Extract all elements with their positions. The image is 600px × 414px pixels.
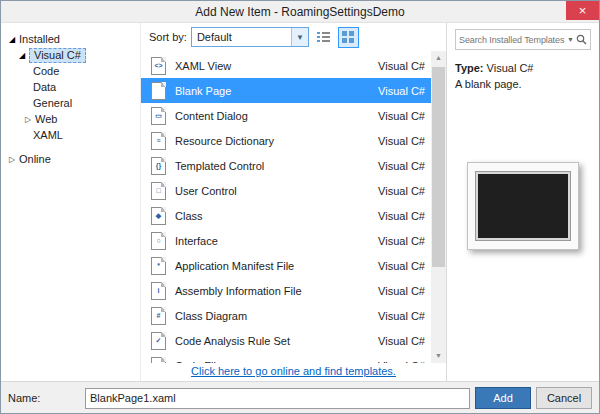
class-diagram-icon: # — [151, 307, 166, 325]
name-label: Name: — [8, 392, 80, 404]
sidebar-item-label: Installed — [19, 33, 60, 45]
code-analysis-rule-set-icon: ✓ — [151, 332, 166, 350]
template-item-class-diagram[interactable]: # Class Diagram Visual C# — [141, 303, 431, 328]
content-dialog-icon: ▭ — [151, 107, 166, 125]
type-label: Type: — [455, 62, 484, 74]
online-templates-link[interactable]: Click here to go online and find templat… — [191, 365, 396, 377]
scrollbar-thumb[interactable] — [432, 67, 445, 267]
sidebar-item-code[interactable]: Code — [1, 63, 140, 79]
templated-control-icon: {} — [151, 157, 166, 175]
code-file-icon: <> — [151, 357, 166, 364]
template-item-content-dialog[interactable]: ▭ Content Dialog Visual C# — [141, 103, 431, 128]
sort-by-dropdown[interactable]: Default ▼ — [191, 27, 309, 47]
user-control-icon: □ — [151, 182, 166, 200]
name-input[interactable] — [85, 388, 470, 409]
template-type-line: Type: Visual C# — [455, 62, 591, 74]
search-icon[interactable] — [576, 34, 587, 45]
interface-icon: ○ — [151, 232, 166, 250]
sidebar-item-label: Web — [35, 113, 57, 125]
list-view-button[interactable] — [313, 27, 334, 48]
sidebar-item-label: Online — [19, 153, 51, 165]
sidebar-item-label: Code — [33, 65, 59, 77]
search-box: ▼ — [455, 29, 591, 50]
dialog-body: ◢ Installed ◢ Visual C# Code Data Genera… — [1, 23, 599, 381]
template-category-tree: ◢ Installed ◢ Visual C# Code Data Genera… — [1, 23, 141, 381]
template-item-interface[interactable]: ○ Interface Visual C# — [141, 228, 431, 253]
template-item-class[interactable]: ◆ Class Visual C# — [141, 203, 431, 228]
class-icon: ◆ — [151, 207, 166, 225]
template-item-code-file[interactable]: <> Code File Visual C# — [141, 353, 431, 363]
template-list-pane: Sort by: Default ▼ — [141, 23, 447, 381]
search-input[interactable] — [459, 35, 565, 45]
template-list: <> XAML View Visual C# Blank Page Visual… — [141, 51, 446, 363]
expander-expanded-icon[interactable]: ◢ — [17, 51, 27, 60]
xaml-view-icon: <> — [151, 57, 166, 75]
sidebar-item-installed[interactable]: ◢ Installed — [1, 31, 140, 47]
template-item-user-control[interactable]: □ User Control Visual C# — [141, 178, 431, 203]
list-view-icon — [317, 31, 330, 44]
template-item-templated-control[interactable]: {} Templated Control Visual C# — [141, 153, 431, 178]
scroll-up-icon[interactable]: ▲ — [431, 51, 446, 65]
template-item-code-analysis-rule-set[interactable]: ✓ Code Analysis Rule Set Visual C# — [141, 328, 431, 353]
sort-toolbar: Sort by: Default ▼ — [141, 23, 446, 51]
chevron-down-icon: ▼ — [291, 28, 308, 46]
cancel-button[interactable]: Cancel — [536, 387, 592, 409]
close-button[interactable]: × — [566, 1, 599, 20]
sidebar-item-label: Visual C# — [29, 48, 86, 63]
sidebar-item-label: Data — [33, 81, 56, 93]
sidebar-item-xaml[interactable]: XAML — [1, 127, 140, 143]
chevron-down-icon[interactable]: ▼ — [567, 36, 574, 43]
sidebar-item-online[interactable]: ▷ Online — [1, 151, 140, 167]
grid-view-icon — [342, 31, 355, 44]
add-new-item-dialog: Add New Item - RoamingSettingsDemo × ◢ I… — [0, 0, 600, 414]
preview-thumbnail — [476, 172, 570, 240]
template-item-resource-dictionary[interactable]: ≡ Resource Dictionary Visual C# — [141, 128, 431, 153]
expander-collapsed-icon[interactable]: ▷ — [7, 155, 17, 164]
template-item-xaml-view[interactable]: <> XAML View Visual C# — [141, 53, 431, 78]
assembly-information-file-icon: i — [151, 282, 166, 300]
blank-page-icon — [151, 82, 166, 100]
add-button[interactable]: Add — [475, 387, 531, 409]
sidebar-item-general[interactable]: General — [1, 95, 140, 111]
template-item-blank-page[interactable]: Blank Page Visual C# — [141, 78, 431, 103]
titlebar: Add New Item - RoamingSettingsDemo × — [1, 1, 599, 23]
resource-dictionary-icon: ≡ — [151, 132, 166, 150]
sidebar-item-data[interactable]: Data — [1, 79, 140, 95]
sidebar-item-label: XAML — [33, 129, 63, 141]
window-title: Add New Item - RoamingSettingsDemo — [195, 5, 404, 19]
type-value: Visual C# — [487, 62, 534, 74]
online-templates-link-row: Click here to go online and find templat… — [141, 363, 446, 381]
dialog-footer: Name: Add Cancel — [1, 381, 599, 414]
sidebar-item-visual-csharp[interactable]: ◢ Visual C# — [1, 47, 140, 63]
template-item-assembly-information-file[interactable]: i Assembly Information File Visual C# — [141, 278, 431, 303]
scroll-down-icon[interactable]: ▼ — [431, 349, 446, 363]
expander-collapsed-icon[interactable]: ▷ — [23, 115, 33, 124]
sidebar-item-label: General — [33, 97, 72, 109]
details-pane: ▼ Type: Visual C# A blank page. — [447, 23, 599, 381]
expander-expanded-icon[interactable]: ◢ — [7, 35, 17, 44]
sort-by-label: Sort by: — [149, 31, 187, 43]
template-item-application-manifest-file[interactable]: * Application Manifest File Visual C# — [141, 253, 431, 278]
icon-view-button[interactable] — [338, 27, 359, 48]
application-manifest-file-icon: * — [151, 257, 166, 275]
template-description: A blank page. — [455, 78, 591, 90]
list-scrollbar[interactable]: ▲ ▼ — [431, 51, 446, 363]
sort-by-value: Default — [192, 31, 291, 43]
template-preview — [467, 162, 579, 250]
sidebar-item-web[interactable]: ▷ Web — [1, 111, 140, 127]
close-icon: × — [579, 4, 587, 17]
